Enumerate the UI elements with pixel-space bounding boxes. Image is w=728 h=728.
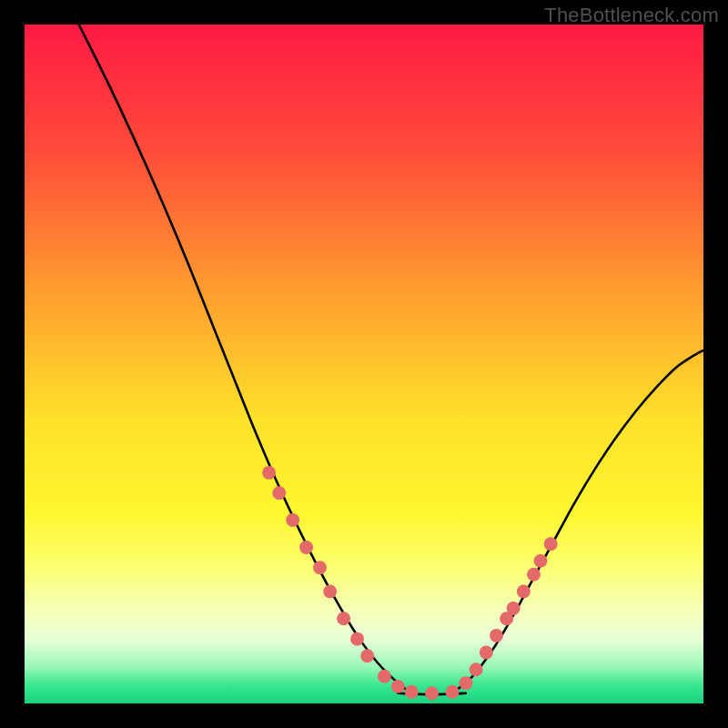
marker-dot (405, 685, 419, 699)
marker-dot (507, 602, 521, 615)
marker-dot (459, 676, 472, 690)
marker-dot (272, 486, 286, 500)
marker-dot (378, 670, 391, 683)
marker-dot (425, 686, 439, 700)
marker-dot (527, 568, 541, 581)
marker-dot (323, 584, 337, 598)
marker-dot (470, 662, 483, 676)
chart-frame (25, 25, 703, 703)
marker-dot (299, 541, 313, 554)
bottleneck-chart (25, 25, 703, 703)
marker-dot (446, 685, 460, 699)
marker-dot (544, 537, 558, 551)
marker-dot (262, 466, 276, 480)
marker-dot (490, 629, 503, 642)
marker-dot (480, 646, 493, 660)
marker-dot (286, 513, 299, 527)
marker-dot (350, 632, 364, 646)
watermark-text: TheBottleneck.com (544, 4, 719, 27)
marker-dot (337, 612, 350, 625)
marker-dot (534, 554, 548, 568)
marker-dot (391, 680, 405, 693)
marker-dot (313, 561, 327, 574)
marker-dot (517, 584, 531, 598)
marker-dot (360, 649, 374, 662)
gradient-background (25, 25, 703, 703)
